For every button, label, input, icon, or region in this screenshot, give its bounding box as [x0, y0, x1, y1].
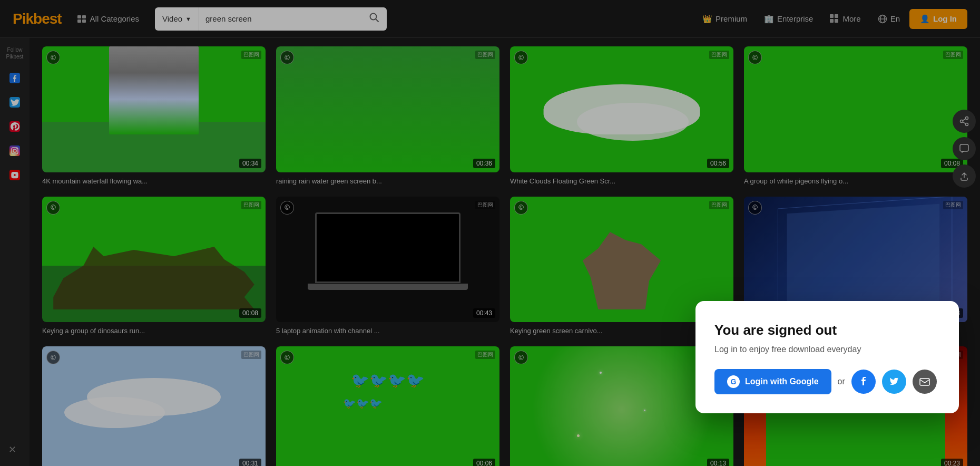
email-login-button[interactable]: [913, 370, 937, 394]
google-login-button[interactable]: G Login with Google: [714, 369, 831, 394]
google-icon: G: [727, 375, 740, 388]
twitter-login-button[interactable]: [882, 370, 906, 394]
svg-rect-27: [920, 378, 929, 385]
facebook-login-button[interactable]: [851, 370, 876, 394]
google-login-label: Login with Google: [745, 377, 819, 386]
or-text: or: [838, 377, 845, 386]
popup-actions: G Login with Google or: [714, 369, 940, 394]
popup-overlay[interactable]: You are signed out Log in to enjoy free …: [0, 0, 980, 466]
popup-title: You are signed out: [714, 322, 940, 338]
signin-popup: You are signed out Log in to enjoy free …: [695, 301, 959, 413]
email-icon: [919, 376, 930, 387]
facebook-icon: [858, 376, 869, 387]
twitter-icon: [888, 376, 900, 387]
popup-subtitle: Log in to enjoy free download everyday: [714, 345, 940, 354]
